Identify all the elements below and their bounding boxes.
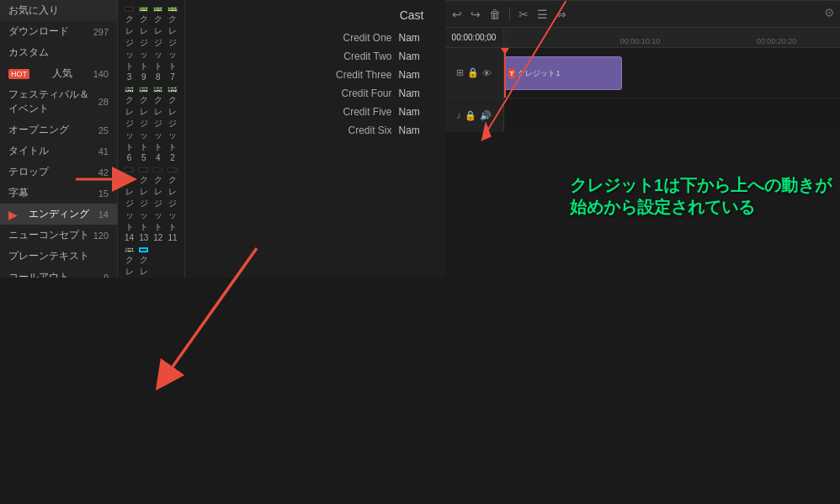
thumb-inner: JANE DOE xyxy=(125,88,133,91)
panel-title: Cast xyxy=(198,8,433,22)
sidebar-item-2[interactable]: カスタム xyxy=(0,42,117,63)
undo-icon[interactable]: ↩ xyxy=(452,8,462,21)
thumb-overlay: Credit One NameCredit Two NameCredit Thr… xyxy=(153,167,162,170)
video-track-controls: ⊞ 🔒 👁 xyxy=(445,48,504,98)
grid-item-credit4[interactable]: JANE DOE クレジット4 xyxy=(153,87,162,162)
clip-block[interactable]: T クレジット1 xyxy=(504,56,622,90)
grid-item-credit7[interactable]: JANE DOE クレジット7 xyxy=(167,7,177,82)
credit-value-4: Nam xyxy=(399,106,433,118)
grid-item-credit12[interactable]: Credit One NameCredit Two NameCredit Thr… xyxy=(153,167,162,242)
credit-label-0: Credit One xyxy=(333,32,392,44)
sidebar-label: オープニング xyxy=(8,123,69,137)
ripple-icon[interactable]: ⇔ xyxy=(556,8,566,21)
sidebar-label: コールアウト xyxy=(8,270,69,278)
settings-gear-icon[interactable]: ⚙ xyxy=(824,6,835,19)
lock-icon-audio[interactable]: 🔒 xyxy=(465,110,476,121)
app-layout: お気に入りダウンロード297カスタムHOT人気140フェスティバル＆イベント28… xyxy=(0,0,840,504)
grid-label-credit11: クレジット11 xyxy=(167,174,177,242)
speaker-icon[interactable]: 🔊 xyxy=(480,110,492,121)
sidebar-count: 14 xyxy=(98,210,109,220)
expand-icon[interactable]: ⊞ xyxy=(456,67,464,78)
eye-icon[interactable]: 👁 xyxy=(482,68,492,78)
grid-item-credit6[interactable]: JANE DOE クレジット6 xyxy=(125,87,134,162)
thumb-inner: JANE DOE xyxy=(154,8,162,11)
grid-item-credit14[interactable]: Credit One NameCredit Two NameCredit Thr… xyxy=(125,167,134,242)
sidebar-item-1[interactable]: ダウンロード297 xyxy=(0,21,117,42)
timeline-section: ↩ ↪ 🗑 ✂ ☰ ⇔ ⚙ 00:00:00;00 00:00:10:1000:… xyxy=(445,0,841,226)
audio-track-body[interactable] xyxy=(504,98,841,132)
annotation-text: クレジット1は下から上への動きが 始めから設定されている xyxy=(570,174,832,218)
cut-icon[interactable]: ✂ xyxy=(518,8,529,21)
sidebar-label: エンディング xyxy=(29,207,89,221)
align-icon[interactable]: ☰ xyxy=(537,8,548,21)
grid-item-credit2[interactable]: JANE DOE クレジット2 xyxy=(167,87,177,162)
sidebar-item-5[interactable]: オープニング25 xyxy=(0,119,117,141)
playhead xyxy=(504,48,506,98)
grid-item-credit10[interactable]: JANE DOE クレジット10 xyxy=(125,247,134,278)
thumb-credit7: JANE DOE xyxy=(167,7,177,12)
thumb-title: JANE DOE xyxy=(139,7,148,12)
audio-track-controls: ♪ 🔒 🔊 xyxy=(445,98,504,132)
grid-item-credit8[interactable]: JANE DOE クレジット8 xyxy=(153,7,162,82)
grid-item-credit13[interactable]: Credit One NameCredit Two NameCredit Thr… xyxy=(139,167,148,242)
thumb-title: JANE DOE xyxy=(125,87,134,92)
credit-row-1: Credit Two Nam xyxy=(198,50,433,62)
sidebar-count: 28 xyxy=(98,97,109,107)
music-icon[interactable]: ♪ xyxy=(456,110,461,120)
sidebar-count: 42 xyxy=(98,167,109,178)
sidebar-label: お気に入り xyxy=(8,3,59,18)
sidebar-item-3[interactable]: HOT人気140 xyxy=(0,63,117,84)
grid-label-credit1: クレジット1 xyxy=(139,254,148,278)
sidebar-item-10[interactable]: ニューコンセプト120 xyxy=(0,225,117,246)
ruler-time-2: 00:00:20:20 xyxy=(757,37,797,45)
sidebar-item-4[interactable]: フェスティバル＆イベント28 xyxy=(0,84,117,119)
sidebar-item-12[interactable]: コールアウト9 xyxy=(0,267,117,278)
sidebar-item-6[interactable]: タイトル41 xyxy=(0,141,117,162)
right-panel: Cast Credit One Nam Credit Two Nam Credi… xyxy=(184,0,445,278)
thumb-inner: Credit One NameCredit Two NameCredit Thr… xyxy=(154,168,162,172)
annotation-line1: クレジット1は下から上への動きが xyxy=(570,174,832,196)
thumb-credit6: JANE DOE xyxy=(125,87,134,92)
video-track-body[interactable]: T クレジット1 xyxy=(504,48,841,98)
clip-type-icon: T xyxy=(508,69,516,78)
grid-item-credit1[interactable]: Credit One NameCredit Two NameCredit Thr… xyxy=(139,247,148,278)
thumb-credit10: JANE DOE xyxy=(125,247,134,252)
divider xyxy=(509,8,510,21)
thumb-inner xyxy=(125,8,133,11)
grid-item-credit3[interactable]: クレジット3 xyxy=(125,7,134,82)
tracks-container: ⊞ 🔒 👁 T クレジット1 ♪ 🔒 xyxy=(445,48,841,132)
grid-item-credit9[interactable]: JANE DOE クレジット9 xyxy=(139,7,148,82)
sidebar-count: 41 xyxy=(98,146,109,157)
audio-track: ♪ 🔒 🔊 xyxy=(445,98,841,132)
top-section: お気に入りダウンロード297カスタムHOT人気140フェスティバル＆イベント28… xyxy=(0,0,445,278)
redo-icon[interactable]: ↪ xyxy=(471,8,481,21)
delete-icon[interactable]: 🗑 xyxy=(489,8,501,21)
credit-row-4: Credit Five Nam xyxy=(198,106,433,118)
template-grid: クレジット3 JANE DOE クレジット9 JANE DOE クレジット8 J… xyxy=(118,0,184,278)
sidebar: お気に入りダウンロード297カスタムHOT人気140フェスティバル＆イベント28… xyxy=(0,0,118,278)
credit-row-5: Credit Six Nam xyxy=(198,125,433,136)
thumb-inner: Credit One NameCredit Two NameCredit Thr… xyxy=(141,249,146,251)
thumb-inner: JANE DOE xyxy=(125,248,133,252)
sidebar-count: 297 xyxy=(93,27,109,37)
thumb-inner: Credit One NameCredit Two NameCredit Thr… xyxy=(140,168,147,172)
thumb-inner: JANE DOE xyxy=(168,88,176,91)
credit-label-1: Credit Two xyxy=(333,50,392,62)
sidebar-item-8[interactable]: 字幕15 xyxy=(0,183,117,204)
thumb-overlay: Credit One NameCredit Two NameCredit Thr… xyxy=(139,247,148,249)
credit-row-2: Credit Three Nam xyxy=(198,69,433,81)
thumb-credit12: Credit One NameCredit Two NameCredit Thr… xyxy=(153,167,162,172)
thumb-inner: JANE DOE xyxy=(154,88,162,91)
grid-item-credit5[interactable]: JANE DOE クレジット5 xyxy=(139,87,148,162)
sidebar-item-11[interactable]: プレーンテキスト xyxy=(0,246,117,267)
sidebar-item-0[interactable]: お気に入り xyxy=(0,0,117,21)
sidebar-item-7[interactable]: テロップ42 xyxy=(0,162,117,183)
thumb-inner: JANE DOE xyxy=(140,88,147,91)
grid-label-credit7: クレジット7 xyxy=(167,13,177,82)
grid-item-credit11[interactable]: Credit One NameCredit Two NameCredit Thr… xyxy=(167,167,177,242)
sidebar-item-9[interactable]: ▶エンディング14 xyxy=(0,204,117,225)
lock-icon[interactable]: 🔒 xyxy=(467,67,479,78)
credit-row-3: Credit Four Nam xyxy=(198,88,433,99)
thumb-credit2: JANE DOE xyxy=(167,87,177,92)
thumb-inner: JANE DOE xyxy=(140,8,147,11)
